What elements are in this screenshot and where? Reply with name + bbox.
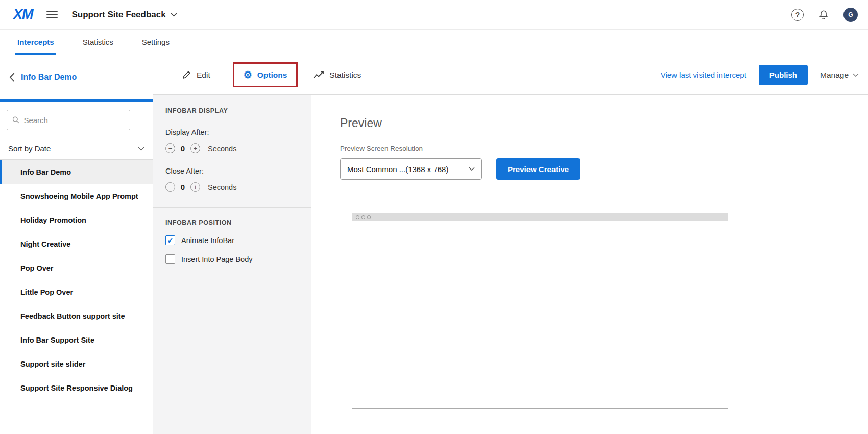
chevron-down-icon: [138, 147, 144, 151]
sort-label: Sort by Date: [8, 144, 51, 153]
animate-infobar-option[interactable]: ✓ Animate InfoBar: [165, 235, 301, 245]
resolution-value: Most Common ...(1368 x 768): [347, 165, 448, 174]
insert-page-body-checkbox[interactable]: ✓: [165, 254, 175, 264]
list-item-little-pop-over[interactable]: Little Pop Over: [0, 280, 153, 304]
project-title: Support Site Feedback: [72, 10, 166, 20]
display-after-stepper: − 0 + Seconds: [165, 143, 301, 153]
display-after-value: 0: [180, 144, 186, 153]
notifications-bell-icon[interactable]: [818, 9, 829, 20]
increment-button[interactable]: +: [190, 182, 200, 192]
insert-page-body-label: Insert Into Page Body: [181, 255, 252, 263]
hamburger-menu-icon[interactable]: [46, 11, 58, 18]
animate-infobar-checkbox[interactable]: ✓: [165, 235, 175, 245]
infobar-position-section-title: INFOBAR POSITION: [165, 219, 301, 226]
options-label: Options: [257, 70, 287, 80]
close-after-stepper: − 0 + Seconds: [165, 182, 301, 192]
close-after-value: 0: [180, 183, 186, 191]
preview-heading: Preview: [340, 116, 868, 130]
decrement-button[interactable]: −: [165, 143, 175, 153]
list-item-info-bar-support[interactable]: Info Bar Support Site: [0, 328, 153, 352]
back-nav[interactable]: Info Bar Demo: [0, 55, 153, 99]
seconds-label: Seconds: [208, 183, 236, 191]
options-panel: INFOBAR DISPLAY Display After: − 0 + Sec…: [153, 95, 311, 434]
intercept-toolbar: Edit ⚙ Options Statistics View last visi…: [153, 55, 868, 95]
topbar-actions: ? G: [791, 8, 858, 22]
statistics-label: Statistics: [329, 70, 361, 80]
preview-controls: Most Common ...(1368 x 768) Preview Crea…: [340, 158, 868, 180]
publish-button[interactable]: Publish: [759, 65, 808, 85]
sidebar-accent-bar: [0, 99, 153, 102]
list-item-snowshoeing[interactable]: Snowshoeing Mobile App Prompt: [0, 184, 153, 208]
options-button[interactable]: ⚙ Options: [244, 70, 287, 80]
lower-row: INFOBAR DISPLAY Display After: − 0 + Sec…: [153, 95, 868, 434]
decrement-button[interactable]: −: [165, 182, 175, 192]
list-item-support-site-slider[interactable]: Support site slider: [0, 352, 153, 376]
back-nav-label: Info Bar Demo: [21, 73, 77, 82]
xm-logo[interactable]: XM: [13, 7, 33, 22]
resolution-select[interactable]: Most Common ...(1368 x 768): [340, 158, 482, 180]
main-tabs: Intercepts Statistics Settings: [0, 30, 868, 55]
help-icon[interactable]: ?: [791, 9, 804, 21]
sort-dropdown[interactable]: Sort by Date: [0, 137, 153, 160]
list-item-night-creative[interactable]: Night Creative: [0, 232, 153, 256]
tab-statistics[interactable]: Statistics: [83, 30, 113, 55]
window-dot-icon: [361, 215, 365, 219]
increment-button[interactable]: +: [190, 143, 200, 153]
preview-area: Preview Preview Screen Resolution Most C…: [311, 95, 868, 434]
browser-chrome-bar: [352, 213, 728, 221]
chevron-down-icon: [853, 73, 859, 77]
browser-preview-frame: [352, 213, 728, 409]
tab-settings[interactable]: Settings: [142, 30, 170, 55]
edit-label: Edit: [197, 70, 210, 80]
window-dot-icon: [356, 215, 359, 219]
list-item-feedback-button[interactable]: Feedback Button support site: [0, 304, 153, 328]
sidebar: Info Bar Demo Sort by Date Info Bar Demo…: [0, 55, 153, 434]
app: XM Support Site Feedback ? G Intercepts …: [0, 0, 868, 434]
intercept-list: Info Bar Demo Snowshoeing Mobile App Pro…: [0, 160, 153, 400]
window-dot-icon: [367, 215, 371, 219]
animate-infobar-label: Animate InfoBar: [181, 236, 234, 245]
list-item-info-bar-demo[interactable]: Info Bar Demo: [0, 160, 153, 184]
list-item-pop-over[interactable]: Pop Over: [0, 256, 153, 280]
view-last-visited-link[interactable]: View last visited intercept: [661, 70, 746, 79]
panel-divider: [153, 207, 311, 208]
resolution-label: Preview Screen Resolution: [340, 144, 868, 152]
browser-preview-body: [352, 221, 728, 408]
infobar-display-section-title: INFOBAR DISPLAY: [165, 107, 301, 114]
manage-label: Manage: [820, 70, 849, 80]
search-input[interactable]: [23, 116, 125, 125]
topbar: XM Support Site Feedback ? G: [0, 0, 868, 30]
toolbar-actions: View last visited intercept Publish Mana…: [661, 65, 859, 85]
chevron-left-icon: [9, 73, 15, 82]
content-row: Info Bar Demo Sort by Date Info Bar Demo…: [0, 55, 868, 434]
chevron-down-icon: [469, 167, 475, 171]
line-chart-icon: [313, 71, 324, 79]
tab-intercepts[interactable]: Intercepts: [17, 30, 54, 55]
search-box: [7, 110, 130, 130]
list-item-holiday-promotion[interactable]: Holiday Promotion: [0, 208, 153, 232]
gear-icon: ⚙: [244, 70, 252, 80]
insert-page-body-option[interactable]: ✓ Insert Into Page Body: [165, 254, 301, 264]
pencil-icon: [182, 70, 191, 80]
project-switcher[interactable]: Support Site Feedback: [72, 10, 177, 20]
seconds-label: Seconds: [208, 144, 236, 153]
edit-button[interactable]: Edit: [182, 70, 210, 80]
close-after-label: Close After:: [165, 167, 301, 175]
search-icon: [12, 116, 19, 124]
statistics-button[interactable]: Statistics: [313, 70, 361, 80]
list-item-responsive-dialog[interactable]: Support Site Responsive Dialog: [0, 376, 153, 400]
manage-menu[interactable]: Manage: [820, 70, 859, 80]
avatar[interactable]: G: [843, 8, 858, 22]
chevron-down-icon: [171, 13, 177, 17]
display-after-label: Display After:: [165, 128, 301, 136]
preview-creative-button[interactable]: Preview Creative: [496, 158, 580, 180]
red-annotation-box: ⚙ Options: [233, 62, 298, 87]
right-area: Edit ⚙ Options Statistics View last visi…: [153, 55, 868, 434]
